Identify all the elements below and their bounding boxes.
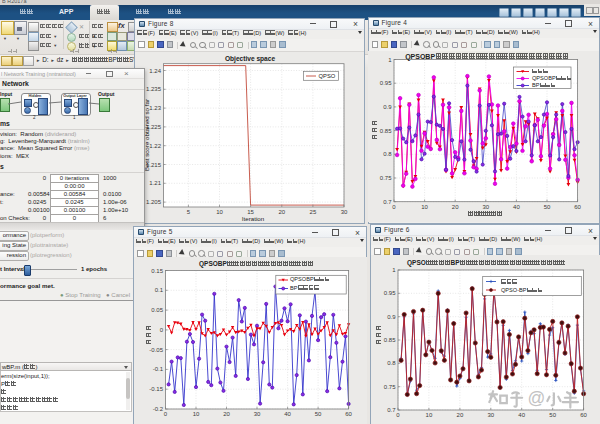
svg-text:-0.15: -0.15 bbox=[149, 386, 163, 392]
svg-text:40: 40 bbox=[513, 204, 520, 210]
svg-text:-0.05: -0.05 bbox=[149, 347, 163, 353]
svg-text:0: 0 bbox=[396, 412, 400, 418]
svg-text:60: 60 bbox=[574, 204, 581, 210]
svg-text:1: 1 bbox=[392, 267, 396, 273]
svg-text:10: 10 bbox=[426, 412, 433, 418]
svg-text:@: @ bbox=[528, 389, 546, 408]
svg-text:10: 10 bbox=[193, 411, 200, 417]
svg-text:50: 50 bbox=[315, 411, 322, 417]
svg-text:-0.2: -0.2 bbox=[153, 406, 164, 412]
svg-text:1: 1 bbox=[73, 115, 76, 120]
svg-text:60: 60 bbox=[345, 411, 352, 417]
svg-text:0.95: 0.95 bbox=[380, 80, 392, 86]
svg-text:0.9: 0.9 bbox=[387, 314, 396, 320]
svg-text:-0.1: -0.1 bbox=[153, 366, 164, 372]
svg-text:0.7: 0.7 bbox=[387, 407, 396, 413]
svg-text:0.9: 0.9 bbox=[383, 104, 392, 110]
svg-text:0.05: 0.05 bbox=[151, 307, 163, 313]
svg-text:0: 0 bbox=[160, 327, 164, 333]
svg-text:30: 30 bbox=[254, 411, 261, 417]
svg-text:0.85: 0.85 bbox=[380, 128, 392, 134]
svg-text:20: 20 bbox=[457, 412, 464, 418]
svg-text:10: 10 bbox=[421, 204, 428, 210]
svg-text:0.1: 0.1 bbox=[155, 287, 164, 293]
svg-text:0.15: 0.15 bbox=[151, 268, 163, 274]
svg-text:20: 20 bbox=[223, 411, 230, 417]
svg-text:0.7: 0.7 bbox=[383, 199, 392, 205]
svg-text:0.8: 0.8 bbox=[387, 360, 396, 366]
svg-text:0.75: 0.75 bbox=[384, 384, 396, 390]
svg-text:0.8: 0.8 bbox=[383, 151, 392, 157]
svg-text:40: 40 bbox=[284, 411, 291, 417]
svg-text:30: 30 bbox=[482, 204, 489, 210]
svg-text:2: 2 bbox=[33, 115, 36, 120]
svg-text:0.95: 0.95 bbox=[384, 290, 396, 296]
svg-text:20: 20 bbox=[452, 204, 459, 210]
svg-text:0.75: 0.75 bbox=[380, 175, 392, 181]
svg-text:0: 0 bbox=[392, 204, 396, 210]
svg-text:50: 50 bbox=[544, 204, 551, 210]
svg-text:1: 1 bbox=[388, 57, 392, 63]
svg-text:0.85: 0.85 bbox=[384, 337, 396, 343]
svg-text:0: 0 bbox=[164, 411, 168, 417]
